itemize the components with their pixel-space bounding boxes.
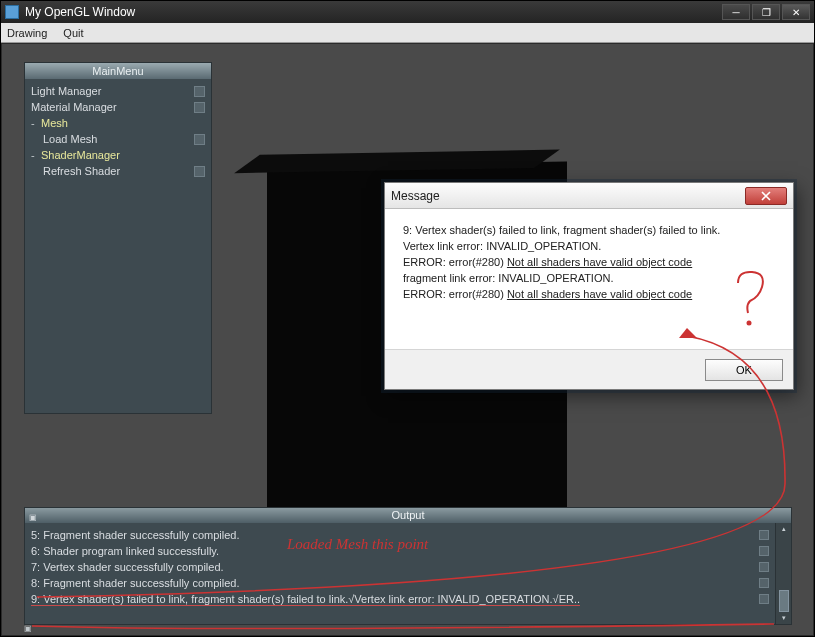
dialog-text-line: fragment link error: INVALID_OPERATION. [403,271,775,287]
checkbox-icon[interactable] [194,166,205,177]
tree-item-light-manager[interactable]: Light Manager [29,83,207,99]
output-scrollbar[interactable]: ▴ ▾ [775,523,791,624]
checkbox-icon[interactable] [759,578,769,588]
checkbox-icon[interactable] [194,86,205,97]
mainmenu-panel: MainMenu Light Manager Material Manager … [24,62,212,414]
dialog-body: 9: Vertex shader(s) failed to link, frag… [385,209,793,349]
collapse-icon[interactable]: - [31,149,39,161]
dialog-text-line: Vertex link error: INVALID_OPERATION. [403,239,775,255]
gl-viewport: MainMenu Light Manager Material Manager … [2,44,813,635]
panel-pin-icon[interactable]: ▣ [29,510,37,525]
menu-quit[interactable]: Quit [63,27,83,39]
log-line[interactable]: 5: Fragment shader successfully compiled… [31,527,769,543]
output-header: ▣ Output [25,508,791,523]
dialog-text-line: 9: Vertex shader(s) failed to link, frag… [403,223,775,239]
mainmenu-header: MainMenu [25,63,211,79]
checkbox-icon[interactable] [194,134,205,145]
panel-footer-icon: ▣ [24,624,32,633]
checkbox-icon[interactable] [759,562,769,572]
log-line[interactable]: 7: Vertex shader successfully compiled. [31,559,769,575]
close-icon [760,191,772,201]
dialog-text-line: ERROR: error(#280) Not all shaders have … [403,287,775,303]
menu-drawing[interactable]: Drawing [7,27,47,39]
log-line-error[interactable]: 9: Vertex shader(s) failed to link, frag… [31,591,769,607]
checkbox-icon[interactable] [759,546,769,556]
app-icon [5,5,19,19]
scroll-down-icon[interactable]: ▾ [779,614,789,622]
scroll-up-icon[interactable]: ▴ [779,525,789,533]
log-line[interactable]: 8: Fragment shader successfully compiled… [31,575,769,591]
dialog-text-line: ERROR: error(#280) Not all shaders have … [403,255,775,271]
window-titlebar: My OpenGL Window ─ ❐ ✕ [1,1,814,23]
close-button[interactable]: ✕ [782,4,810,20]
tree-item-refresh-shader[interactable]: Refresh Shader [29,163,207,179]
message-dialog: Message 9: Vertex shader(s) failed to li… [384,182,794,390]
collapse-icon[interactable]: - [31,117,39,129]
maximize-button[interactable]: ❐ [752,4,780,20]
window-title: My OpenGL Window [25,5,135,19]
tree-item-load-mesh[interactable]: Load Mesh [29,131,207,147]
dialog-close-button[interactable] [745,187,787,205]
checkbox-icon[interactable] [759,530,769,540]
output-log: 5: Fragment shader successfully compiled… [25,523,775,624]
log-line[interactable]: 6: Shader program linked successfully. [31,543,769,559]
scroll-thumb[interactable] [779,590,789,612]
dialog-titlebar[interactable]: Message [385,183,793,209]
menu-bar: Drawing Quit [1,23,814,43]
checkbox-icon[interactable] [759,594,769,604]
checkbox-icon[interactable] [194,102,205,113]
output-panel: ▣ Output 5: Fragment shader successfully… [24,507,792,625]
mainmenu-tree: Light Manager Material Manager -Mesh Loa… [25,79,211,183]
dialog-title: Message [391,189,440,203]
ok-button[interactable]: OK [705,359,783,381]
tree-item-material-manager[interactable]: Material Manager [29,99,207,115]
minimize-button[interactable]: ─ [722,4,750,20]
tree-item-mesh[interactable]: -Mesh [29,115,207,131]
tree-item-shadermanager[interactable]: -ShaderManager [29,147,207,163]
